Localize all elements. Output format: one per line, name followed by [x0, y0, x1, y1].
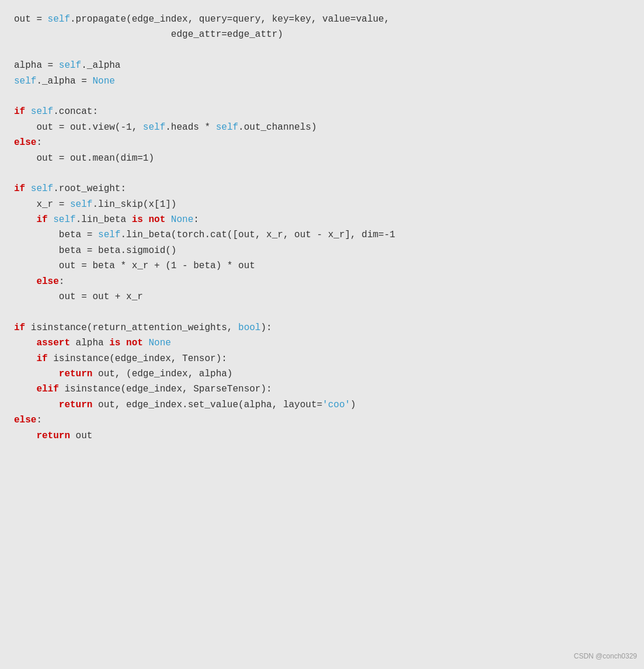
- code-segment: .lin_beta(torch.cat([out, x_r, out - x_r…: [120, 230, 395, 240]
- code-segment: [14, 384, 36, 394]
- code-segment: alpha =: [14, 60, 59, 71]
- code-segment: self: [14, 76, 36, 86]
- code-segment: beta =: [14, 230, 98, 240]
- code-segment: self: [59, 60, 81, 71]
- code-line: elif isinstance(edge_index, SparseTensor…: [14, 382, 630, 397]
- code-line: out = out + x_r: [14, 289, 630, 304]
- code-segment: self: [98, 230, 120, 240]
- code-segment: [165, 214, 171, 225]
- code-line: else:: [14, 135, 630, 150]
- code-segment: self: [216, 122, 238, 133]
- code-line: self._alpha = None: [14, 74, 630, 89]
- code-segment: [14, 214, 36, 225]
- code-segment: isinstance(edge_index, Tensor):: [48, 353, 227, 364]
- code-segment: [143, 338, 149, 348]
- code-segment: edge_attr=edge_attr): [14, 29, 283, 40]
- code-line: [14, 166, 630, 181]
- code-segment: beta = beta.sigmoid(): [14, 245, 176, 256]
- code-segment: out: [70, 431, 92, 441]
- code-segment: .heads *: [165, 122, 215, 133]
- code-segment: ._alpha =: [36, 76, 92, 86]
- code-line: else:: [14, 274, 630, 289]
- code-segment: if: [36, 214, 47, 225]
- code-segment: .out_channels): [238, 122, 316, 133]
- code-segment: [14, 276, 36, 287]
- code-segment: :: [36, 415, 42, 425]
- code-segment: self: [31, 106, 53, 117]
- code-segment: out = out + x_r: [14, 292, 143, 302]
- code-segment: out = out.view(-1,: [14, 122, 143, 133]
- code-line: if isinstance(return_attention_weights, …: [14, 320, 630, 335]
- code-segment: self: [143, 122, 165, 133]
- code-segment: [14, 353, 36, 364]
- code-block: out = self.propagate(edge_index, query=q…: [14, 12, 630, 443]
- code-line: else:: [14, 413, 630, 428]
- watermark: CSDN @conch0329: [574, 651, 637, 662]
- code-segment: .root_weight:: [53, 183, 126, 194]
- code-segment: [25, 106, 31, 117]
- code-segment: else: [36, 276, 58, 287]
- code-line: return out, (edge_index, alpha): [14, 366, 630, 382]
- code-segment: out = beta * x_r + (: [14, 261, 171, 271]
- code-line: out = self.propagate(edge_index, query=q…: [14, 12, 630, 27]
- code-segment: .concat:: [53, 106, 98, 117]
- code-segment: :: [59, 276, 65, 287]
- code-segment: out, edge_index.set_value(alpha, layout=: [92, 400, 322, 410]
- code-line: [14, 43, 630, 58]
- code-segment: return: [36, 431, 70, 441]
- code-line: out = out.view(-1, self.heads * self.out…: [14, 120, 630, 135]
- code-segment: self: [53, 214, 75, 225]
- code-segment: [25, 183, 31, 194]
- code-segment: if: [14, 323, 25, 333]
- code-segment: [14, 400, 59, 410]
- code-line: [14, 304, 630, 320]
- code-line: if self.lin_beta is not None:: [14, 212, 630, 227]
- code-segment: self: [31, 183, 53, 194]
- code-line: x_r = self.lin_skip(x[1]): [14, 197, 630, 212]
- code-segment: :: [193, 214, 199, 225]
- code-line: [14, 89, 630, 104]
- code-segment: isinstance(return_attention_weights,: [25, 323, 238, 333]
- code-segment: [14, 369, 59, 379]
- code-line: beta = beta.sigmoid(): [14, 243, 630, 258]
- code-segment: out, (edge_index, alpha): [92, 369, 232, 379]
- code-segment: .lin_skip(x[1]): [92, 199, 176, 210]
- code-line: return out: [14, 428, 630, 443]
- code-segment: isinstance(edge_index, SparseTensor):: [59, 384, 272, 394]
- code-segment: bool: [238, 323, 260, 333]
- code-segment: elif: [36, 384, 58, 394]
- code-segment: x_r =: [14, 199, 70, 210]
- code-line: out = beta * x_r + (1 - beta) * out: [14, 258, 630, 273]
- code-segment: if: [14, 183, 25, 194]
- code-line: if self.root_weight:: [14, 181, 630, 196]
- code-segment: None: [148, 338, 170, 348]
- code-line: out = out.mean(dim=1): [14, 151, 630, 166]
- code-segment: out =: [14, 14, 48, 25]
- code-segment: None: [92, 76, 114, 86]
- code-segment: self: [70, 199, 92, 210]
- code-segment: .lin_beta: [76, 214, 132, 225]
- code-container: out = self.propagate(edge_index, query=q…: [0, 0, 644, 669]
- code-segment: is not: [109, 338, 143, 348]
- code-line: assert alpha is not None: [14, 335, 630, 351]
- code-segment: else: [14, 415, 36, 425]
- code-segment: [14, 431, 36, 441]
- code-segment: None: [171, 214, 193, 225]
- code-line: if isinstance(edge_index, Tensor):: [14, 351, 630, 366]
- code-segment: if: [14, 106, 25, 117]
- code-segment: ):: [260, 323, 271, 333]
- code-segment: 1: [171, 261, 177, 271]
- code-segment: ): [350, 400, 356, 410]
- code-segment: alpha: [70, 338, 109, 348]
- code-segment: self: [48, 14, 70, 25]
- code-segment: .propagate(edge_index, query=query, key=…: [70, 14, 389, 25]
- code-segment: ._alpha: [81, 60, 120, 71]
- code-line: beta = self.lin_beta(torch.cat([out, x_r…: [14, 227, 630, 242]
- code-segment: assert: [36, 338, 70, 348]
- code-segment: if: [36, 353, 47, 364]
- code-line: edge_attr=edge_attr): [14, 27, 630, 42]
- code-segment: [14, 338, 36, 348]
- code-segment: [48, 214, 54, 225]
- code-segment: - beta) * out: [176, 261, 255, 271]
- code-segment: is not: [132, 214, 166, 225]
